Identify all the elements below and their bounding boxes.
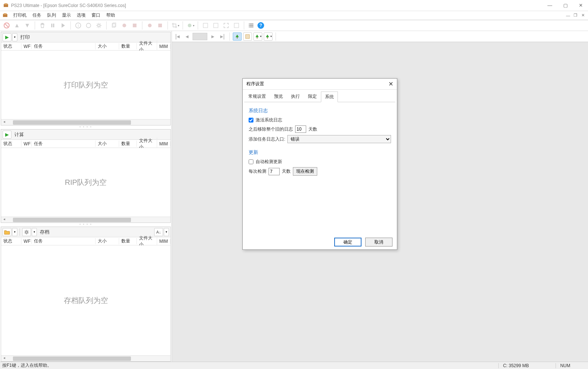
remove-log-prefix: 之后移除整个旧的日志	[249, 126, 293, 132]
preview-mode-3[interactable]: ▾	[253, 32, 262, 41]
first-page-icon: |◂	[173, 32, 181, 41]
preview-mode-4[interactable]: ▾	[264, 32, 273, 41]
archive-gear-button[interactable]	[22, 228, 31, 236]
svg-rect-1	[4, 3, 7, 5]
svg-point-10	[86, 23, 91, 28]
preview-mode-1[interactable]	[233, 32, 242, 41]
calc-columns: 状态 WF 任务 大小 数量 文件大小 MIM	[1, 140, 170, 148]
check-every-prefix: 每次检测	[249, 168, 266, 175]
tool-c-icon	[232, 21, 241, 30]
tree-icon: ▾	[186, 21, 195, 30]
archive-panel-label: 存档	[40, 229, 153, 235]
menu-options[interactable]: 选项	[74, 11, 89, 19]
auto-update-checkbox[interactable]	[249, 159, 253, 164]
minimize-button[interactable]: —	[545, 2, 554, 9]
maximize-button[interactable]: ▢	[561, 2, 570, 9]
archive-open-dropdown[interactable]: ▾	[12, 228, 17, 236]
remove-log-days-input[interactable]	[295, 125, 306, 133]
menu-printer[interactable]: 打印机	[10, 11, 30, 19]
down-icon: ▼	[23, 21, 32, 30]
tab-execute[interactable]: 执行	[287, 91, 304, 102]
col-mim[interactable]: MIM	[157, 141, 170, 146]
svg-rect-6	[51, 24, 52, 27]
col-size[interactable]: 大小	[96, 141, 120, 147]
close-button[interactable]: ✕	[577, 2, 585, 9]
menu-display[interactable]: 显示	[59, 11, 74, 19]
col-task[interactable]: 任务	[32, 141, 95, 147]
col-task[interactable]: 任务	[32, 43, 95, 49]
col-wf[interactable]: WF	[21, 44, 32, 49]
col-wf[interactable]: WF	[21, 239, 32, 244]
dialog-close-icon[interactable]: ✕	[388, 80, 393, 87]
svg-rect-3	[4, 13, 7, 15]
archive-gear-dropdown[interactable]: ▾	[32, 228, 37, 236]
archive-scrollbar[interactable]: ◂	[1, 355, 170, 361]
stop-icon[interactable]	[2, 21, 11, 30]
menu-queue[interactable]: 队列	[44, 11, 59, 19]
preview-toolbar: |◂ ◂ ▸ ▸| ▾ ▾	[172, 31, 588, 42]
tab-general[interactable]: 常规设置	[244, 91, 270, 102]
splitter-2[interactable]: • • • •	[0, 223, 172, 226]
col-mim[interactable]: MIM	[157, 239, 170, 244]
window-title: PS23 Ultimate - [Epson SureColor SC-S406…	[11, 3, 126, 8]
tool-b-icon	[211, 21, 220, 30]
status-hint: 按F1键，进入在线帮助。	[2, 362, 52, 369]
col-status[interactable]: 状态	[1, 141, 21, 147]
check-now-button[interactable]: 现在检测	[293, 167, 317, 176]
palette-icon	[84, 21, 93, 30]
help-icon[interactable]: ?	[257, 22, 264, 29]
col-mim[interactable]: MIM	[157, 44, 170, 49]
col-size[interactable]: 大小	[96, 238, 120, 244]
print-columns: 状态 WF 任务 大小 数量 文件大小 MIM	[1, 42, 170, 51]
print-play-dropdown[interactable]: ▾	[12, 33, 17, 41]
menu-window[interactable]: 窗口	[89, 11, 103, 19]
mdi-close-button[interactable]: ✕	[580, 13, 586, 18]
archive-open-button[interactable]	[3, 228, 11, 236]
svg-rect-28	[257, 37, 257, 38]
check-every-days-input[interactable]	[269, 168, 280, 175]
tab-preview[interactable]: 预览	[270, 91, 287, 102]
print-panel-label: 打印	[20, 34, 169, 41]
col-qty[interactable]: 数量	[119, 238, 136, 244]
svg-text:i: i	[78, 24, 79, 28]
activate-syslog-checkbox[interactable]	[249, 118, 253, 123]
addlog-select[interactable]: 错误	[287, 135, 391, 143]
last-page-icon: ▸|	[218, 32, 226, 41]
col-size[interactable]: 大小	[96, 43, 120, 49]
ok-button[interactable]: 确定	[334, 238, 362, 246]
menu-help[interactable]: 帮助	[103, 11, 118, 19]
shape3-icon	[145, 21, 154, 30]
col-task[interactable]: 任务	[32, 238, 95, 244]
col-status[interactable]: 状态	[1, 43, 21, 49]
mdi-restore-button[interactable]: ❐	[573, 13, 578, 18]
col-status[interactable]: 状态	[1, 238, 21, 244]
auto-update-label: 自动检测更新	[256, 159, 282, 165]
print-scrollbar[interactable]: ◂	[1, 119, 170, 125]
info-icon: i	[74, 21, 83, 30]
tab-limit[interactable]: 限定	[304, 91, 321, 102]
expand-icon	[222, 21, 231, 30]
calc-scrollbar[interactable]: ◂	[1, 217, 170, 223]
svg-rect-21	[234, 23, 239, 28]
svg-point-23	[249, 25, 250, 26]
play-icon	[59, 21, 68, 30]
col-qty[interactable]: 数量	[119, 43, 136, 49]
menu-task[interactable]: 任务	[30, 11, 44, 19]
page-input[interactable]	[193, 33, 207, 40]
mdi-minimize-button[interactable]: —	[565, 13, 571, 18]
cancel-button[interactable]: 取消	[365, 238, 392, 246]
svg-rect-15	[133, 24, 136, 27]
remove-log-suffix: 天数	[308, 126, 317, 132]
calc-play-button[interactable]: ▶	[3, 131, 11, 139]
title-bar: PS23 Ultimate - [Epson SureColor SC-S406…	[0, 0, 588, 11]
col-qty[interactable]: 数量	[119, 141, 136, 147]
calc-panel-label: 计算	[14, 131, 169, 138]
archive-sort-dropdown[interactable]: ▾	[164, 228, 169, 236]
list-icon[interactable]	[247, 21, 256, 30]
col-wf[interactable]: WF	[21, 141, 32, 146]
tab-system[interactable]: 系统	[321, 92, 338, 102]
svg-rect-19	[203, 23, 208, 28]
preview-mode-2[interactable]	[243, 32, 252, 41]
splitter-1[interactable]: • • • •	[0, 125, 172, 128]
print-play-button[interactable]: ▶	[3, 33, 11, 41]
